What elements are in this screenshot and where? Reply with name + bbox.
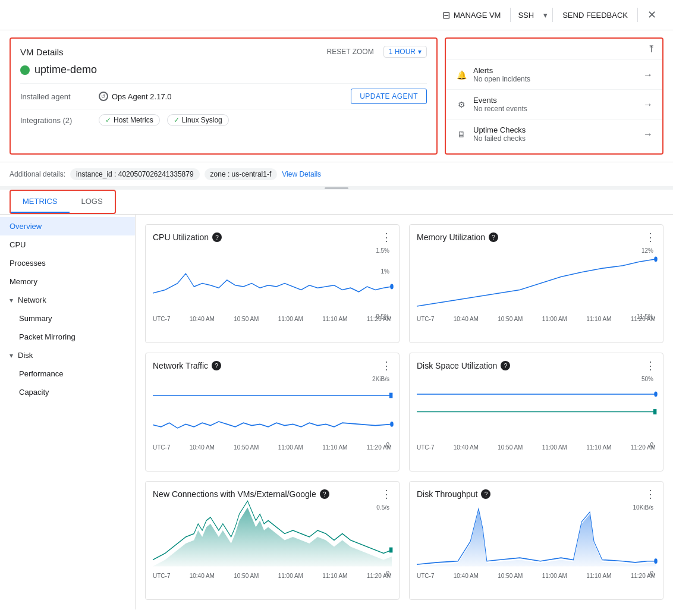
alerts-title: Alerts (473, 66, 637, 75)
integration-linux-syslog: ✓ Linux Syslog (167, 114, 229, 126)
chart-cpu-menu[interactable]: ⋮ (381, 232, 392, 243)
chevron-down-icon: ▾ (418, 48, 422, 56)
sidebar-item-summary[interactable]: Summary (0, 309, 135, 328)
mx-label-4: 11:10 AM (586, 316, 611, 322)
manage-vm-button[interactable]: ⊟ MANAGE VM (435, 6, 508, 24)
svg-rect-2 (389, 393, 393, 398)
x-label-3: 11:00 AM (278, 316, 303, 322)
chart-network-help[interactable]: ? (212, 361, 221, 370)
dx-label-3: 11:00 AM (542, 444, 567, 451)
sidebar-item-overview[interactable]: Overview (0, 217, 135, 235)
sidebar-item-capacity[interactable]: Capacity (0, 383, 135, 401)
agent-info: ↺ Ops Agent 2.17.0 (99, 92, 171, 101)
tab-metrics[interactable]: METRICS (11, 191, 70, 213)
chart-new-connections: New Connections with VMs/External/Google… (145, 481, 400, 600)
svg-point-1 (654, 256, 658, 262)
manage-vm-label: MANAGE VM (454, 11, 501, 20)
chart-disk-xaxis: UTC-7 10:40 AM 10:50 AM 11:00 AM 11:10 A… (417, 443, 656, 451)
nx-label-4: 11:10 AM (322, 444, 347, 451)
sidebar-item-memory[interactable]: Memory (0, 272, 135, 291)
cx-label-1: 10:40 AM (190, 573, 215, 579)
sidebar-label-cpu: CPU (10, 240, 26, 249)
chart-connections-menu[interactable]: ⋮ (381, 489, 392, 499)
sidebar-item-packet-mirroring[interactable]: Packet Mirroring (0, 328, 135, 346)
divider-3 (637, 8, 638, 22)
nx-label-2: 10:50 AM (234, 444, 259, 451)
chart-throughput-help[interactable]: ? (481, 489, 490, 499)
chart-disk-ymax: 50% (641, 376, 653, 382)
cx-label-0: UTC-7 (153, 573, 170, 579)
alerts-text: Alerts No open incidents (473, 66, 637, 83)
sidebar-item-network[interactable]: ▾ Network (0, 291, 135, 309)
chart-connections-ymax: 0.5/s (376, 504, 389, 511)
sidebar-label-capacity: Capacity (19, 388, 49, 397)
chart-throughput-xaxis: UTC-7 10:40 AM 10:50 AM 11:00 AM 11:10 A… (417, 571, 656, 579)
chart-cpu-help[interactable]: ? (212, 232, 222, 242)
chart-cpu-body: 1.5% 1% 0.5% UTC-7 10:40 AM 10:50 AM 11:… (153, 247, 392, 331)
chart-cpu-ymax: 1.5% (376, 247, 389, 254)
x-label-0: UTC-7 (153, 316, 170, 322)
host-metrics-label: Host Metrics (114, 116, 153, 124)
ssh-button[interactable]: SSH (513, 7, 539, 23)
sidebar-item-performance[interactable]: Performance (0, 364, 135, 383)
sidebar-item-disk[interactable]: ▾ Disk (0, 346, 135, 364)
sidebar-label-memory: Memory (10, 277, 37, 286)
svg-marker-6 (153, 508, 392, 567)
sidebar-label-network: Network (18, 296, 46, 304)
chart-disk-help[interactable]: ? (501, 361, 510, 370)
chart-connections-ymin: 0 (386, 570, 389, 577)
sidebar-label-performance: Performance (19, 369, 63, 378)
sidebar-item-cpu[interactable]: CPU (0, 235, 135, 254)
chart-disk-header: Disk Space Utilization ? ⋮ (417, 360, 656, 371)
bell-icon: 🔔 (455, 70, 467, 80)
events-arrow: → (643, 99, 653, 110)
sidebar-label-processes: Processes (10, 259, 46, 268)
tab-logs[interactable]: LOGS (70, 191, 115, 213)
chart-network-menu[interactable]: ⋮ (381, 360, 392, 371)
events-item[interactable]: ⚙ Events No recent events → (446, 89, 662, 119)
vm-details-title: VM Details (20, 47, 64, 57)
ops-agent-icon: ↺ (99, 92, 108, 101)
chart-cpu-xaxis: UTC-7 10:40 AM 10:50 AM 11:00 AM 11:10 A… (153, 315, 392, 322)
chart-network-title: Network Traffic (153, 361, 208, 370)
dx-label-1: 10:40 AM (454, 444, 479, 451)
ssh-dropdown-button[interactable]: ▾ (541, 7, 550, 23)
chart-connections-header: New Connections with VMs/External/Google… (153, 489, 392, 499)
divider-2 (552, 8, 553, 22)
mx-label-1: 10:40 AM (454, 316, 479, 322)
time-selector[interactable]: 1 HOUR ▾ (383, 46, 427, 58)
separator-handle (325, 187, 348, 189)
svg-point-4 (654, 391, 658, 397)
check-icon-2: ✓ (174, 116, 180, 124)
alerts-item[interactable]: 🔔 Alerts No open incidents → (446, 59, 662, 89)
chart-memory-help[interactable]: ? (489, 232, 498, 242)
chart-throughput-title: Disk Throughput (417, 489, 477, 499)
sidebar-item-processes[interactable]: Processes (0, 254, 135, 272)
collapse-icon[interactable]: ⤒ (647, 43, 655, 55)
chart-throughput-menu[interactable]: ⋮ (645, 489, 656, 499)
uptime-checks-item[interactable]: 🖥 Uptime Checks No failed checks → (446, 119, 662, 149)
chart-network-ymax: 2KiB/s (372, 376, 389, 382)
tx-label-2: 10:50 AM (498, 573, 523, 579)
chart-cpu-svg (153, 247, 392, 313)
update-agent-button[interactable]: UPDATE AGENT (351, 89, 427, 104)
send-feedback-button[interactable]: SEND FEEDBACK (555, 7, 635, 23)
chart-disk-body: 50% 0 UTC-7 10:40 AM 10:50 AM 1 (417, 376, 656, 459)
view-details-link[interactable]: View Details (282, 170, 321, 178)
close-button[interactable]: ✕ (640, 5, 663, 25)
chevron-down-icon-disk: ▾ (10, 351, 13, 360)
integrations-label: Integrations (2) (20, 116, 92, 125)
status-dot (20, 65, 30, 75)
chart-throughput-ymin: 0 (650, 570, 653, 577)
chart-disk-menu[interactable]: ⋮ (645, 360, 656, 371)
chart-throughput-svg (417, 504, 656, 570)
vm-name-row: uptime-demo (20, 64, 427, 76)
events-text: Events No recent events (473, 96, 637, 113)
nx-label-3: 11:00 AM (278, 444, 303, 451)
reset-zoom-button[interactable]: RESET ZOOM (327, 48, 374, 56)
chart-connections-help[interactable]: ? (320, 489, 329, 499)
uptime-text: Uptime Checks No failed checks (473, 125, 637, 143)
svg-rect-5 (653, 409, 657, 414)
chart-memory-menu[interactable]: ⋮ (645, 232, 656, 243)
chart-connections-body: 0.5/s 0 UTC-7 (153, 504, 392, 587)
